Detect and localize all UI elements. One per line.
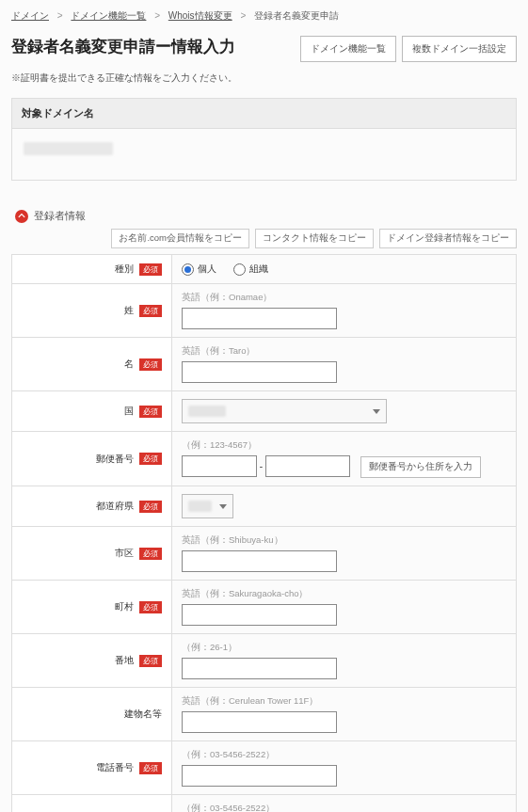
firstname-input[interactable] <box>182 361 337 383</box>
hint-building: 英語（例：Cerulean Tower 11F） <box>182 695 506 708</box>
chevron-down-icon <box>219 504 227 509</box>
hint-tel: （例：03-5456-2522） <box>182 749 506 761</box>
hint-lastname: 英語（例：Onamae） <box>182 292 506 304</box>
breadcrumb-current: 登録者名義変更申請 <box>254 10 339 21</box>
label-pref: 都道府県 <box>96 501 134 511</box>
radio-individual[interactable]: 個人 <box>182 263 216 276</box>
breadcrumb-item[interactable]: Whois情報変更 <box>168 10 232 21</box>
chevron-down-icon <box>373 409 380 414</box>
registrant-form: 種別必須 個人 組織 姓必須 英語（例：Onamae） <box>11 254 517 812</box>
radio-icon <box>233 263 246 276</box>
country-select[interactable] <box>182 399 387 423</box>
tel-input[interactable] <box>182 765 337 787</box>
section-registrant-title[interactable]: 登録者情報 <box>15 209 517 223</box>
label-firstname: 名 <box>124 358 134 369</box>
form-note: ※証明書を提出できる正確な情報をご入力ください。 <box>11 72 517 85</box>
label-lastname: 姓 <box>124 305 134 315</box>
hint-fax: （例：03-5456-2522） <box>182 803 506 812</box>
bulk-domain-settings-button[interactable]: 複数ドメイン一括設定 <box>402 36 517 62</box>
copy-domain-registrant-button[interactable]: ドメイン登録者情報をコピー <box>379 229 517 248</box>
copy-contact-button[interactable]: コンタクト情報をコピー <box>255 229 374 248</box>
breadcrumb-item[interactable]: ドメイン機能一覧 <box>71 10 146 21</box>
required-badge: 必須 <box>139 263 162 276</box>
postal-lookup-button[interactable]: 郵便番号から住所を入力 <box>360 456 481 478</box>
hint-street: （例：26-1） <box>182 642 506 654</box>
page-title: 登録者名義変更申請ー情報入力 <box>11 36 235 57</box>
radio-icon <box>182 263 194 276</box>
hint-town: 英語（例：Sakuragaoka-cho） <box>182 588 506 600</box>
label-street: 番地 <box>115 655 134 665</box>
town-input[interactable] <box>182 604 337 626</box>
label-city: 市区 <box>115 548 134 558</box>
label-tel: 電話番号 <box>96 762 134 772</box>
breadcrumb-item[interactable]: ドメイン <box>11 10 49 21</box>
hint-postal: （例：123-4567） <box>182 439 506 452</box>
label-country: 国 <box>124 406 134 416</box>
hint-firstname: 英語（例：Taro） <box>182 345 506 358</box>
building-input[interactable] <box>182 711 337 733</box>
target-domain-panel: 対象ドメイン名 <box>11 98 517 181</box>
target-domain-value-redacted <box>24 142 113 155</box>
city-input[interactable] <box>182 550 337 572</box>
label-town: 町村 <box>115 601 134 612</box>
radio-organization[interactable]: 組織 <box>233 263 268 276</box>
domain-function-list-button[interactable]: ドメイン機能一覧 <box>300 36 396 62</box>
pref-value-redacted <box>188 501 212 512</box>
breadcrumb: ドメイン > ドメイン機能一覧 > Whois情報変更 > 登録者名義変更申請 <box>11 9 517 23</box>
label-type: 種別 <box>115 263 134 274</box>
country-value-redacted <box>188 406 226 417</box>
collapse-icon <box>15 210 28 223</box>
street-input[interactable] <box>182 658 337 679</box>
label-building: 建物名等 <box>124 709 162 719</box>
target-domain-heading: 対象ドメイン名 <box>12 99 516 129</box>
copy-onamae-button[interactable]: お名前.com会員情報をコピー <box>111 229 249 248</box>
postal-input-1[interactable] <box>182 455 257 477</box>
hint-city: 英語（例：Shibuya-ku） <box>182 534 506 547</box>
postal-input-2[interactable] <box>265 455 350 477</box>
label-postal: 郵便番号 <box>96 454 134 464</box>
prefecture-select[interactable] <box>182 494 233 518</box>
lastname-input[interactable] <box>182 308 337 329</box>
